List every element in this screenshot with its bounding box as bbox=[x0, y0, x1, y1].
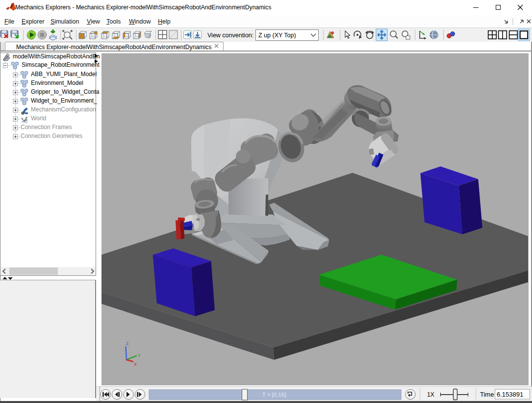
svg-text:T = [0,16]: T = [0,16] bbox=[262, 392, 286, 398]
svg-text:6.153891: 6.153891 bbox=[497, 391, 523, 398]
svg-text:Time: Time bbox=[480, 391, 494, 398]
svg-text:Z up (XY Top): Z up (XY Top) bbox=[258, 32, 296, 39]
svg-text:1X: 1X bbox=[427, 391, 434, 398]
svg-text:Y: Y bbox=[138, 353, 141, 358]
svg-text:Z: Z bbox=[126, 341, 129, 347]
svg-text:View convention:: View convention: bbox=[207, 32, 253, 39]
svg-text:X: X bbox=[134, 362, 137, 367]
